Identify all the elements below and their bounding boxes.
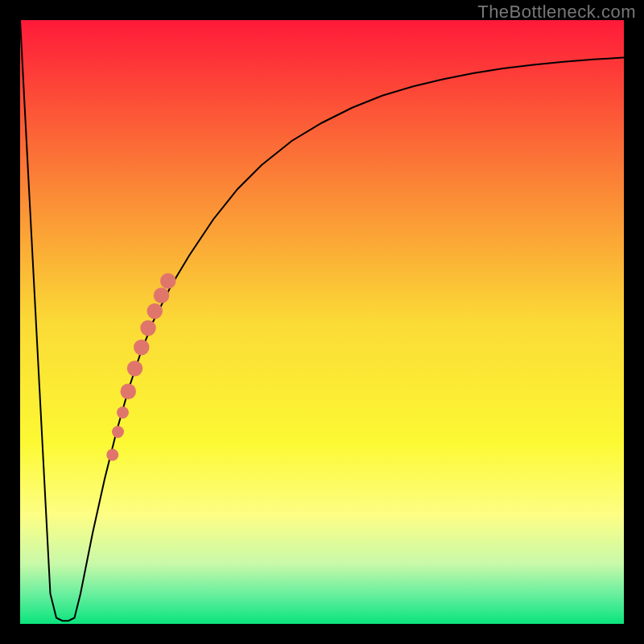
highlight-dot xyxy=(160,273,176,289)
highlight-dot xyxy=(134,340,150,356)
highlight-dot xyxy=(154,287,170,303)
highlight-dot xyxy=(106,449,118,461)
highlight-dot xyxy=(121,384,137,400)
highlight-dot xyxy=(117,407,129,419)
bottleneck-chart xyxy=(20,20,624,624)
highlight-dot xyxy=(112,426,124,438)
gradient-backdrop xyxy=(20,20,624,624)
highlight-dot xyxy=(147,303,163,320)
chart-frame: TheBottleneck.com xyxy=(0,0,644,644)
highlight-dot xyxy=(140,320,156,336)
highlight-dot xyxy=(127,361,143,377)
